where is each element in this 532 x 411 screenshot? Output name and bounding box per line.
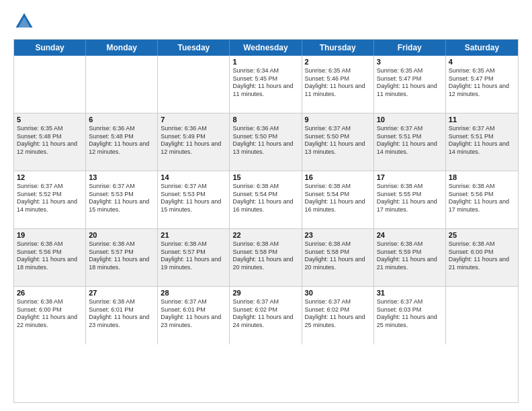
header-day-wednesday: Wednesday bbox=[230, 40, 302, 56]
day-info: Sunrise: 6:37 AM Sunset: 6:02 PM Dayligh… bbox=[232, 298, 298, 330]
day-info: Sunrise: 6:38 AM Sunset: 6:00 PM Dayligh… bbox=[449, 240, 515, 272]
day-number: 17 bbox=[377, 173, 443, 181]
table-row bbox=[14, 56, 86, 113]
day-info: Sunrise: 6:34 AM Sunset: 5:45 PM Dayligh… bbox=[232, 67, 298, 99]
day-info: Sunrise: 6:36 AM Sunset: 5:50 PM Dayligh… bbox=[232, 125, 298, 156]
day-info: Sunrise: 6:35 AM Sunset: 5:47 PM Dayligh… bbox=[377, 67, 443, 99]
table-row: 28Sunrise: 6:37 AM Sunset: 6:01 PM Dayli… bbox=[158, 287, 230, 345]
day-number: 15 bbox=[232, 173, 298, 181]
day-info: Sunrise: 6:38 AM Sunset: 5:59 PM Dayligh… bbox=[377, 240, 443, 272]
table-row: 12Sunrise: 6:37 AM Sunset: 5:52 PM Dayli… bbox=[14, 171, 86, 228]
day-info: Sunrise: 6:38 AM Sunset: 6:00 PM Dayligh… bbox=[17, 298, 83, 330]
day-info: Sunrise: 6:37 AM Sunset: 6:02 PM Dayligh… bbox=[305, 298, 371, 330]
day-number: 3 bbox=[377, 58, 443, 66]
day-info: Sunrise: 6:37 AM Sunset: 5:52 PM Dayligh… bbox=[17, 183, 83, 214]
day-info: Sunrise: 6:38 AM Sunset: 5:57 PM Dayligh… bbox=[161, 240, 226, 272]
day-number: 6 bbox=[89, 116, 154, 124]
day-number: 24 bbox=[377, 231, 443, 239]
day-info: Sunrise: 6:38 AM Sunset: 5:57 PM Dayligh… bbox=[89, 240, 154, 272]
table-row: 1Sunrise: 6:34 AM Sunset: 5:45 PM Daylig… bbox=[230, 56, 302, 113]
calendar-week-4: 26Sunrise: 6:38 AM Sunset: 6:00 PM Dayli… bbox=[14, 287, 518, 345]
day-info: Sunrise: 6:35 AM Sunset: 5:48 PM Dayligh… bbox=[17, 125, 83, 156]
table-row: 6Sunrise: 6:36 AM Sunset: 5:48 PM Daylig… bbox=[86, 113, 158, 171]
table-row: 20Sunrise: 6:38 AM Sunset: 5:57 PM Dayli… bbox=[86, 229, 158, 286]
day-info: Sunrise: 6:37 AM Sunset: 6:03 PM Dayligh… bbox=[377, 298, 443, 330]
day-info: Sunrise: 6:38 AM Sunset: 5:58 PM Dayligh… bbox=[232, 240, 298, 272]
table-row bbox=[158, 56, 230, 113]
day-number: 18 bbox=[449, 173, 515, 181]
day-number: 16 bbox=[305, 173, 371, 181]
table-row: 13Sunrise: 6:37 AM Sunset: 5:53 PM Dayli… bbox=[86, 171, 158, 228]
day-info: Sunrise: 6:37 AM Sunset: 5:53 PM Dayligh… bbox=[89, 183, 154, 214]
day-info: Sunrise: 6:37 AM Sunset: 5:51 PM Dayligh… bbox=[377, 125, 443, 156]
day-number: 31 bbox=[377, 289, 443, 297]
day-number: 9 bbox=[305, 116, 371, 124]
day-info: Sunrise: 6:37 AM Sunset: 5:50 PM Dayligh… bbox=[305, 125, 371, 156]
logo bbox=[13, 11, 38, 32]
header-day-tuesday: Tuesday bbox=[158, 40, 230, 56]
table-row: 11Sunrise: 6:37 AM Sunset: 5:51 PM Dayli… bbox=[446, 113, 518, 171]
day-number: 5 bbox=[17, 116, 83, 124]
day-number: 30 bbox=[305, 289, 371, 297]
table-row: 16Sunrise: 6:38 AM Sunset: 5:54 PM Dayli… bbox=[302, 171, 374, 228]
day-number: 20 bbox=[89, 231, 154, 239]
day-info: Sunrise: 6:37 AM Sunset: 6:01 PM Dayligh… bbox=[161, 298, 226, 330]
table-row: 18Sunrise: 6:38 AM Sunset: 5:56 PM Dayli… bbox=[446, 171, 518, 228]
calendar-week-2: 12Sunrise: 6:37 AM Sunset: 5:52 PM Dayli… bbox=[14, 171, 518, 229]
logo-icon bbox=[13, 11, 35, 32]
day-number: 26 bbox=[17, 289, 83, 297]
header-day-sunday: Sunday bbox=[14, 40, 86, 56]
calendar-week-0: 1Sunrise: 6:34 AM Sunset: 5:45 PM Daylig… bbox=[14, 56, 518, 113]
table-row: 27Sunrise: 6:38 AM Sunset: 6:01 PM Dayli… bbox=[86, 287, 158, 345]
day-number: 1 bbox=[232, 58, 298, 66]
table-row: 29Sunrise: 6:37 AM Sunset: 6:02 PM Dayli… bbox=[230, 287, 302, 345]
table-row: 19Sunrise: 6:38 AM Sunset: 5:56 PM Dayli… bbox=[14, 229, 86, 286]
day-number: 19 bbox=[17, 231, 83, 239]
header-day-friday: Friday bbox=[374, 40, 446, 56]
day-number: 11 bbox=[449, 116, 515, 124]
header bbox=[13, 11, 519, 32]
table-row: 8Sunrise: 6:36 AM Sunset: 5:50 PM Daylig… bbox=[230, 113, 302, 171]
day-number: 8 bbox=[232, 116, 298, 124]
day-number: 7 bbox=[161, 116, 226, 124]
header-day-saturday: Saturday bbox=[446, 40, 518, 56]
table-row: 9Sunrise: 6:37 AM Sunset: 5:50 PM Daylig… bbox=[302, 113, 374, 171]
day-number: 4 bbox=[449, 58, 515, 66]
day-info: Sunrise: 6:35 AM Sunset: 5:46 PM Dayligh… bbox=[305, 67, 371, 99]
table-row: 24Sunrise: 6:38 AM Sunset: 5:59 PM Dayli… bbox=[374, 229, 446, 286]
table-row: 2Sunrise: 6:35 AM Sunset: 5:46 PM Daylig… bbox=[302, 56, 374, 113]
day-info: Sunrise: 6:36 AM Sunset: 5:49 PM Dayligh… bbox=[161, 125, 226, 156]
table-row: 3Sunrise: 6:35 AM Sunset: 5:47 PM Daylig… bbox=[374, 56, 446, 113]
day-number: 25 bbox=[449, 231, 515, 239]
day-info: Sunrise: 6:38 AM Sunset: 6:01 PM Dayligh… bbox=[89, 298, 154, 330]
day-info: Sunrise: 6:36 AM Sunset: 5:48 PM Dayligh… bbox=[89, 125, 154, 156]
table-row: 21Sunrise: 6:38 AM Sunset: 5:57 PM Dayli… bbox=[158, 229, 230, 286]
day-number: 23 bbox=[305, 231, 371, 239]
day-number: 10 bbox=[377, 116, 443, 124]
page: SundayMondayTuesdayWednesdayThursdayFrid… bbox=[0, 0, 532, 411]
calendar-week-1: 5Sunrise: 6:35 AM Sunset: 5:48 PM Daylig… bbox=[14, 113, 518, 171]
day-number: 27 bbox=[89, 289, 154, 297]
table-row: 30Sunrise: 6:37 AM Sunset: 6:02 PM Dayli… bbox=[302, 287, 374, 345]
day-number: 14 bbox=[161, 173, 226, 181]
table-row: 4Sunrise: 6:35 AM Sunset: 5:47 PM Daylig… bbox=[446, 56, 518, 113]
day-number: 12 bbox=[17, 173, 83, 181]
day-info: Sunrise: 6:38 AM Sunset: 5:55 PM Dayligh… bbox=[377, 183, 443, 214]
day-info: Sunrise: 6:35 AM Sunset: 5:47 PM Dayligh… bbox=[449, 67, 515, 99]
table-row: 5Sunrise: 6:35 AM Sunset: 5:48 PM Daylig… bbox=[14, 113, 86, 171]
day-info: Sunrise: 6:38 AM Sunset: 5:54 PM Dayligh… bbox=[232, 183, 298, 214]
day-info: Sunrise: 6:38 AM Sunset: 5:58 PM Dayligh… bbox=[305, 240, 371, 272]
table-row: 15Sunrise: 6:38 AM Sunset: 5:54 PM Dayli… bbox=[230, 171, 302, 228]
day-info: Sunrise: 6:38 AM Sunset: 5:56 PM Dayligh… bbox=[17, 240, 83, 272]
table-row: 7Sunrise: 6:36 AM Sunset: 5:49 PM Daylig… bbox=[158, 113, 230, 171]
day-number: 21 bbox=[161, 231, 226, 239]
day-info: Sunrise: 6:37 AM Sunset: 5:53 PM Dayligh… bbox=[161, 183, 226, 214]
table-row bbox=[446, 287, 518, 345]
day-number: 13 bbox=[89, 173, 154, 181]
table-row: 10Sunrise: 6:37 AM Sunset: 5:51 PM Dayli… bbox=[374, 113, 446, 171]
header-day-monday: Monday bbox=[86, 40, 158, 56]
day-info: Sunrise: 6:38 AM Sunset: 5:56 PM Dayligh… bbox=[449, 183, 515, 214]
day-info: Sunrise: 6:38 AM Sunset: 5:54 PM Dayligh… bbox=[305, 183, 371, 214]
table-row: 17Sunrise: 6:38 AM Sunset: 5:55 PM Dayli… bbox=[374, 171, 446, 228]
table-row bbox=[86, 56, 158, 113]
